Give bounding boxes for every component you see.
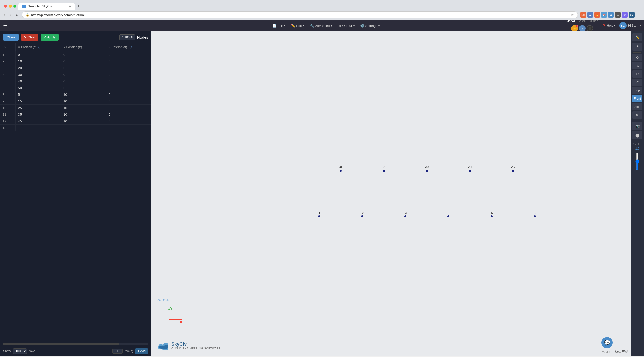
- cell-z[interactable]: [106, 71, 151, 78]
- url-text[interactable]: https://platform.skyciv.com/structural: [31, 13, 569, 17]
- ext-icon-eye[interactable]: 👁: [622, 12, 628, 18]
- cell-z[interactable]: [106, 98, 151, 105]
- traffic-light-yellow[interactable]: [9, 5, 12, 8]
- horizontal-scrollbar[interactable]: [0, 342, 151, 346]
- cell-y[interactable]: [61, 118, 106, 125]
- cell-y[interactable]: [61, 78, 106, 85]
- solve-tab[interactable]: Solve: [578, 19, 586, 23]
- tab-close-icon[interactable]: ✕: [69, 5, 71, 8]
- back-button[interactable]: ‹: [2, 12, 6, 18]
- nodes-table-container[interactable]: ID X Position (ft) ⓘ Y Position (ft) ⓘ Z…: [0, 43, 151, 342]
- traffic-light-green[interactable]: [13, 5, 16, 8]
- cell-x[interactable]: [15, 51, 61, 58]
- side-view-button[interactable]: Side: [632, 103, 642, 110]
- viewport-node-2[interactable]: •2: [361, 215, 363, 217]
- cell-x[interactable]: [15, 118, 61, 125]
- front-view-button[interactable]: Front: [632, 95, 642, 102]
- model-icon-2[interactable]: ☁: [579, 25, 586, 32]
- cell-y[interactable]: [61, 91, 106, 98]
- cell-x[interactable]: [15, 65, 61, 71]
- design-tab[interactable]: Design: [589, 19, 598, 23]
- cell-x[interactable]: [15, 125, 61, 131]
- cell-x[interactable]: [15, 78, 61, 85]
- viewport-node-11[interactable]: •11: [469, 170, 471, 172]
- ext-icon-fire[interactable]: 🔥: [594, 12, 600, 18]
- traffic-light-red[interactable]: [4, 5, 7, 8]
- cell-z[interactable]: [106, 85, 151, 91]
- cell-y[interactable]: [61, 111, 106, 118]
- ext-icon-shield[interactable]: 🛡: [615, 12, 621, 18]
- h-scrollbar-track[interactable]: [3, 343, 148, 345]
- cell-z[interactable]: [106, 78, 151, 85]
- ext-icon-sc[interactable]: SC: [629, 12, 635, 18]
- camera-button[interactable]: 📷: [632, 122, 642, 130]
- model-tab[interactable]: Model: [566, 19, 575, 23]
- cell-y[interactable]: [61, 105, 106, 111]
- add-rows-input[interactable]: [112, 349, 123, 354]
- model-icon-3[interactable]: ⬛: [587, 25, 593, 32]
- scale-slider-container[interactable]: [635, 152, 640, 173]
- hamburger-menu-icon[interactable]: ☰: [3, 23, 7, 28]
- settings-menu[interactable]: ⚙️ Settings ▾: [358, 22, 382, 30]
- table-row[interactable]: 11: [0, 111, 151, 118]
- viewport-node-4[interactable]: •4: [447, 215, 449, 217]
- iso-view-button[interactable]: Iso: [632, 111, 642, 119]
- browser-tab[interactable]: New File | SkyCiv ✕: [18, 3, 75, 10]
- cell-y[interactable]: [61, 51, 106, 58]
- close-button[interactable]: Close: [3, 34, 19, 41]
- viewport-node-10[interactable]: •10: [426, 170, 428, 172]
- cell-y[interactable]: [61, 85, 106, 91]
- cell-x[interactable]: [15, 85, 61, 91]
- table-row[interactable]: 9: [0, 98, 151, 105]
- scale-slider[interactable]: [635, 152, 640, 170]
- viewport-node-5[interactable]: •5: [491, 215, 493, 217]
- table-row[interactable]: 8: [0, 91, 151, 98]
- range-selector[interactable]: 1-100 ⇅: [119, 34, 135, 40]
- viewport-node-9[interactable]: •9: [383, 170, 385, 172]
- minus-y-button[interactable]: -Y: [632, 79, 642, 86]
- ext-icon-g[interactable]: G: [608, 12, 614, 18]
- cell-y[interactable]: [61, 98, 106, 105]
- reload-button[interactable]: ↻: [14, 12, 20, 17]
- cell-x[interactable]: [15, 105, 61, 111]
- view-tool-button[interactable]: 👁: [632, 43, 642, 51]
- cell-z[interactable]: [106, 65, 151, 71]
- cell-x[interactable]: [15, 58, 61, 65]
- ext-icon-cal[interactable]: 📅: [601, 12, 607, 18]
- address-bar[interactable]: 🔒 https://platform.skyciv.com/structural…: [22, 11, 578, 18]
- minus-x-button[interactable]: -X: [632, 62, 642, 69]
- cell-y[interactable]: [61, 65, 106, 71]
- cell-y[interactable]: [61, 58, 106, 65]
- cell-z[interactable]: [106, 58, 151, 65]
- table-row[interactable]: 6: [0, 85, 151, 91]
- file-menu[interactable]: 📄 File ▾: [270, 22, 288, 30]
- cell-x[interactable]: [15, 98, 61, 105]
- new-tab-button[interactable]: +: [75, 2, 82, 10]
- edit-menu[interactable]: ✏️ Edit ▾: [288, 22, 307, 30]
- ext-icon-lh[interactable]: LH: [580, 12, 586, 18]
- table-row[interactable]: 1: [0, 51, 151, 58]
- cell-x[interactable]: [15, 71, 61, 78]
- cell-x[interactable]: [15, 111, 61, 118]
- viewport-node-12[interactable]: •12: [512, 170, 514, 172]
- sphere-button[interactable]: ⬤: [632, 131, 642, 139]
- cell-z[interactable]: [106, 91, 151, 98]
- cell-y[interactable]: [61, 71, 106, 78]
- cell-z[interactable]: [106, 118, 151, 125]
- x-info-icon[interactable]: ⓘ: [38, 46, 41, 49]
- viewport-node-3[interactable]: •3: [404, 215, 406, 217]
- output-menu[interactable]: 🖥 Output ▾: [335, 22, 357, 30]
- add-rows-button[interactable]: + Add: [135, 348, 148, 354]
- clear-button[interactable]: ✕ Clear: [21, 34, 38, 41]
- help-button[interactable]: ❓ Help ▾: [602, 24, 615, 27]
- table-row[interactable]: 12: [0, 118, 151, 125]
- extensions-menu-button[interactable]: ⋮: [636, 13, 642, 17]
- viewport-node-6[interactable]: •6: [534, 215, 536, 217]
- table-row[interactable]: 2: [0, 58, 151, 65]
- y-info-icon[interactable]: ⓘ: [84, 46, 86, 49]
- viewport-node-8[interactable]: •8: [340, 170, 342, 172]
- viewport-node-1[interactable]: •1: [318, 215, 320, 217]
- plus-x-button[interactable]: +X: [632, 54, 642, 61]
- pencil-tool-button[interactable]: ✏️: [632, 33, 642, 41]
- z-info-icon[interactable]: ⓘ: [129, 46, 132, 49]
